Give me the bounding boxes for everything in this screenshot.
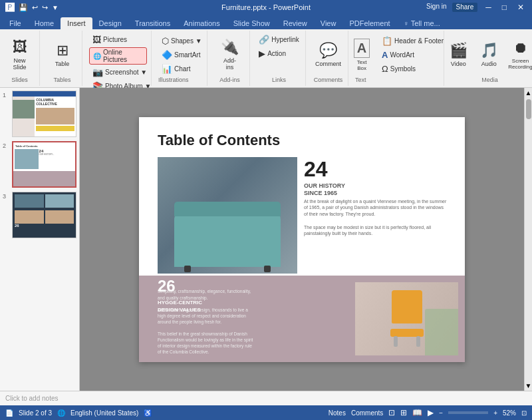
comment-button[interactable]: 💬 Comment: [313, 35, 344, 74]
addins-button[interactable]: 🔌 Add-ins: [216, 35, 244, 74]
header-footer-button[interactable]: 📋 Header & Footer: [378, 35, 447, 47]
wordart-button[interactable]: A WordArt: [378, 49, 447, 61]
quick-access-more[interactable]: ▼: [52, 4, 59, 11]
chair-back: [392, 290, 422, 323]
tab-transitions[interactable]: Transitions: [128, 17, 177, 29]
online-pictures-button[interactable]: 🌐 Online Pictures: [89, 47, 147, 65]
hyperlink-button[interactable]: 🔗 Hyperlink: [255, 33, 303, 46]
action-button[interactable]: ▶ Action: [255, 47, 289, 60]
slide-thumbnail-1[interactable]: 1 COLUMBIACOLLECTIVE: [3, 91, 76, 137]
links-group-label: Links: [272, 77, 286, 85]
screen-recording-label: ScreenRecording: [508, 58, 532, 70]
notes-bar[interactable]: Click to add notes: [0, 391, 532, 405]
ribbon-group-links: 🔗 Hyperlink ▶ Action Links: [253, 31, 306, 86]
addins-label: Add-ins: [223, 57, 236, 71]
tab-animations[interactable]: Animations: [177, 17, 226, 29]
tab-design[interactable]: Design: [92, 17, 128, 29]
thumb3-bg: 26: [13, 192, 76, 238]
table-button[interactable]: ⊞ Table: [49, 35, 76, 74]
app-icon: 🅿: [5, 2, 15, 13]
symbols-button[interactable]: Ω Symbols: [378, 63, 447, 75]
chart-label: Chart: [174, 65, 190, 73]
slide-title: Table of Contents: [158, 132, 280, 149]
signin-button[interactable]: Sign in: [426, 3, 447, 12]
minimize-button[interactable]: ─: [483, 3, 494, 12]
view-slide-icon[interactable]: ⊞: [400, 408, 407, 417]
screenshot-button[interactable]: 📷 Screenshot ▼: [89, 66, 147, 79]
textbox-button[interactable]: A TextBox: [348, 36, 376, 75]
window-title: Furniture.pptx - PowerPoint: [221, 3, 311, 11]
slide-bottom-image: [355, 282, 458, 355]
chair-shape: [384, 290, 430, 347]
tab-slideshow[interactable]: Slide Show: [227, 17, 277, 29]
screenshot-label: Screenshot ▼: [105, 69, 147, 76]
slide-thumbnail-3[interactable]: 3 26: [3, 192, 76, 238]
quick-access-save[interactable]: 💾: [19, 3, 28, 12]
tab-home[interactable]: Home: [28, 17, 61, 29]
smartart-icon: 🔷: [162, 50, 172, 60]
comment-icon: 💬: [319, 42, 337, 59]
header-footer-label: Header & Footer: [394, 37, 444, 45]
screen-recording-button[interactable]: ⏺ ScreenRecording: [505, 35, 532, 74]
fit-slide-button[interactable]: ⊡: [521, 409, 527, 417]
links-items: 🔗 Hyperlink ▶ Action: [255, 32, 303, 77]
zoom-in-button[interactable]: +: [493, 409, 497, 417]
slide-thumbnail-2[interactable]: 2 Table of Contents 24 OUR HISTORY...: [3, 141, 76, 188]
right-scrollbar[interactable]: ▲ ▼: [524, 88, 532, 391]
ribbon-group-comments: 💬 Comment Comments: [309, 31, 348, 86]
app-area: 1 COLUMBIACOLLECTIVE 2 Tabl: [0, 88, 532, 391]
shapes-button[interactable]: ⬡ Shapes ▼: [158, 35, 203, 47]
slide-canvas[interactable]: Table of Contents 24 OUR HISTORYSINCE 19…: [139, 117, 465, 362]
video-button[interactable]: 🎬 Video: [444, 35, 472, 74]
chart-button[interactable]: 📊 Chart: [158, 63, 203, 75]
notes-button[interactable]: Notes: [329, 409, 346, 417]
comment-label: Comment: [315, 61, 341, 67]
tables-group-label: Tables: [53, 77, 70, 85]
tab-review[interactable]: Review: [277, 17, 314, 29]
tab-insert[interactable]: Insert: [61, 17, 92, 29]
zoom-slider[interactable]: [448, 411, 488, 414]
media-group-label: Media: [481, 77, 498, 85]
tab-tell-me[interactable]: ♀ Tell me...: [397, 17, 447, 29]
tab-pdfelement[interactable]: PDFelement: [342, 17, 396, 29]
maximize-button[interactable]: □: [499, 3, 509, 12]
share-button[interactable]: Share: [452, 3, 478, 12]
view-reading-icon[interactable]: 📖: [412, 408, 422, 417]
sofa-image: [158, 157, 297, 274]
action-icon: ▶: [259, 49, 265, 59]
scroll-thumb[interactable]: [526, 99, 531, 119]
zoom-out-button[interactable]: −: [439, 409, 443, 417]
scroll-up-arrow[interactable]: ▲: [524, 88, 532, 98]
thumb2-bottom: [13, 171, 75, 188]
comments-items: 💬 Comment: [313, 32, 344, 77]
slide-count-icon: 📄: [5, 409, 13, 417]
audio-label: Audio: [481, 61, 497, 67]
view-normal-icon[interactable]: ⊡: [388, 408, 395, 417]
video-label: Video: [451, 61, 466, 67]
audio-icon: 🎵: [480, 42, 498, 59]
language: English (United States): [70, 409, 138, 417]
quick-access-redo[interactable]: ↪: [42, 3, 48, 12]
audio-button[interactable]: 🎵 Audio: [475, 35, 503, 74]
comments-button[interactable]: Comments: [351, 409, 383, 417]
slides-group-label: Slides: [11, 77, 28, 85]
zoom-level[interactable]: 52%: [503, 409, 516, 417]
thumb2-text: OUR HISTORY...: [39, 153, 74, 156]
entry2-body: Simplicity, craftsmanship, elegance, fun…: [158, 288, 254, 355]
tab-file[interactable]: File: [3, 17, 28, 29]
quick-access-undo[interactable]: ↩: [32, 3, 38, 12]
wordart-icon: A: [382, 50, 388, 60]
new-slide-label: NewSlide: [13, 57, 26, 71]
view-presenter-icon[interactable]: ▶: [428, 408, 434, 417]
pictures-button[interactable]: 🖼 Pictures: [89, 33, 147, 46]
scroll-down-arrow[interactable]: ▼: [524, 381, 532, 391]
comments-group-label: Comments: [314, 77, 343, 85]
wordart-label: WordArt: [390, 51, 414, 59]
ribbon-tabs: File Home Insert Design Transitions Anim…: [0, 15, 532, 29]
smartart-button[interactable]: 🔷 SmartArt: [158, 49, 203, 61]
thumb3-img1: [15, 194, 44, 208]
tab-view[interactable]: View: [314, 17, 343, 29]
new-slide-button[interactable]: 🖼 NewSlide: [6, 35, 34, 74]
ribbon-group-tables: ⊞ Table Tables: [43, 31, 82, 86]
close-button[interactable]: ✕: [515, 3, 527, 12]
